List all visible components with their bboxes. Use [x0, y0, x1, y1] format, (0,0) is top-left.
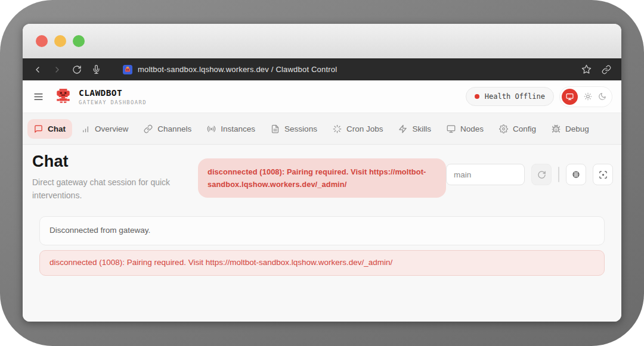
tab-nodes[interactable]: Nodes	[440, 119, 490, 139]
tab-label: Chat	[48, 124, 66, 133]
nav-tabs: Chat Overview Channels Instances Session…	[23, 113, 621, 145]
refresh-icon[interactable]	[72, 65, 82, 74]
link-icon[interactable]	[602, 65, 611, 74]
tab-label: Debug	[565, 124, 589, 133]
health-status-label: Health Offline	[485, 92, 545, 101]
message-square-icon	[34, 124, 43, 133]
focus-button[interactable]	[593, 164, 613, 185]
zoom-window-button[interactable]	[73, 35, 85, 47]
app-name: CLAWDBOT	[79, 88, 147, 98]
forward-icon[interactable]	[52, 65, 62, 74]
url-address[interactable]: moltbot-sandbox.lqshow.workers.dev / Cla…	[138, 65, 337, 74]
bar-chart-icon	[81, 124, 90, 133]
theme-dark-button[interactable]	[598, 92, 606, 101]
menu-icon[interactable]	[33, 91, 44, 102]
tab-config[interactable]: Config	[493, 119, 543, 139]
browser-window: moltbot-sandbox.lqshow.workers.dev / Cla…	[23, 24, 621, 322]
browser-toolbar: moltbot-sandbox.lqshow.workers.dev / Cla…	[23, 58, 621, 80]
message-info: Disconnected from gateway.	[39, 216, 605, 245]
sun-icon	[584, 92, 592, 101]
tab-label: Config	[513, 124, 536, 133]
back-icon[interactable]	[33, 65, 42, 74]
mic-icon[interactable]	[92, 65, 101, 74]
monitor-icon	[566, 93, 574, 101]
model-button[interactable]	[566, 164, 586, 185]
tab-instances[interactable]: Instances	[200, 119, 262, 139]
tab-label: Skills	[412, 124, 431, 133]
close-window-button[interactable]	[36, 35, 48, 47]
tab-label: Overview	[95, 124, 128, 133]
minimize-window-button[interactable]	[54, 35, 66, 47]
tab-channels[interactable]: Channels	[137, 119, 198, 139]
radio-icon	[207, 124, 216, 133]
monitor-icon	[447, 124, 456, 133]
tab-overview[interactable]: Overview	[75, 119, 135, 139]
health-status-badge: Health Offline	[466, 87, 554, 106]
loader-icon	[333, 124, 342, 133]
file-text-icon	[271, 124, 280, 133]
refresh-session-button[interactable]	[531, 164, 552, 185]
tab-label: Sessions	[284, 124, 317, 133]
tab-label: Nodes	[460, 124, 484, 133]
zap-icon	[398, 124, 407, 133]
refresh-icon	[537, 170, 546, 179]
session-input[interactable]	[446, 164, 525, 185]
page-description: Direct gateway chat session for quick in…	[32, 176, 188, 202]
tab-debug[interactable]: Debug	[545, 119, 596, 139]
tab-skills[interactable]: Skills	[392, 119, 438, 139]
app-header: CLAWDBOT GATEWAY DASHBOARD Health Offlin…	[23, 80, 621, 113]
gear-icon	[499, 124, 508, 133]
tab-label: Cron Jobs	[346, 124, 383, 133]
device-bezel: moltbot-sandbox.lqshow.workers.dev / Cla…	[0, 0, 644, 346]
window-titlebar	[23, 24, 621, 58]
star-icon[interactable]	[581, 64, 592, 74]
link-icon	[144, 124, 153, 133]
tab-label: Channels	[157, 124, 191, 133]
tab-cron-jobs[interactable]: Cron Jobs	[326, 119, 390, 139]
scan-icon	[599, 170, 608, 179]
theme-system-button[interactable]	[562, 89, 578, 105]
offline-dot-icon	[475, 94, 479, 99]
message-list[interactable]: Disconnected from gateway. disconnected …	[39, 216, 605, 276]
message-error: disconnected (1008): Pairing required. V…	[39, 250, 605, 276]
clawdbot-logo-icon	[54, 88, 72, 105]
disconnect-alert-banner: disconnected (1008): Pairing required. V…	[198, 158, 446, 198]
bug-icon	[552, 124, 561, 133]
tab-label: Instances	[221, 124, 255, 133]
tab-sessions[interactable]: Sessions	[264, 119, 324, 139]
moon-icon	[598, 92, 606, 101]
chat-page: Chat Direct gateway chat session for qui…	[23, 145, 621, 322]
theme-light-button[interactable]	[584, 92, 592, 101]
app-subtitle: GATEWAY DASHBOARD	[79, 99, 147, 105]
page-title: Chat	[32, 152, 188, 171]
brain-icon	[571, 170, 581, 179]
tab-chat[interactable]: Chat	[27, 119, 72, 139]
site-favicon-icon	[123, 65, 132, 74]
theme-switcher	[559, 86, 612, 107]
controls-divider	[558, 167, 559, 182]
